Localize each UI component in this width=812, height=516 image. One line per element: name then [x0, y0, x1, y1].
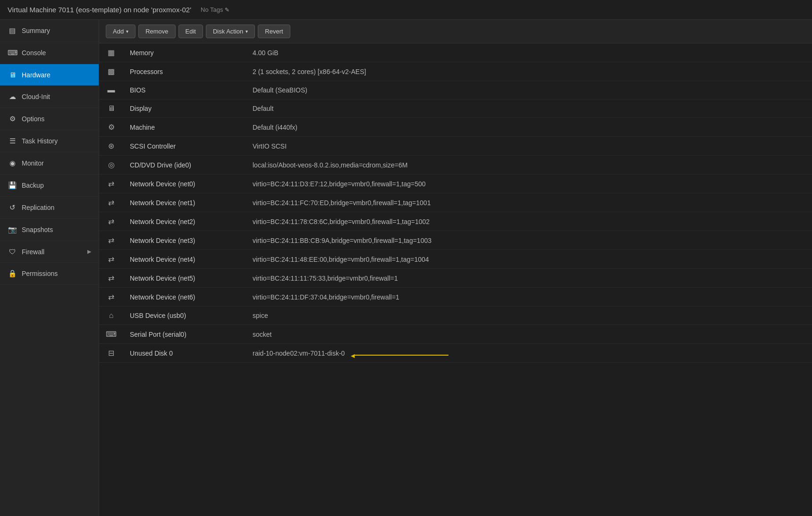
row-icon-8: ⇄ [99, 193, 123, 212]
row-name-2: BIOS [123, 81, 246, 100]
row-icon-0: ▦ [99, 43, 123, 62]
toolbar: Add ▾ Remove Edit Disk Action ▾ Revert [99, 20, 812, 43]
disk-action-chevron-icon: ▾ [245, 29, 248, 34]
sidebar-item-hardware[interactable]: 🖥Hardware [0, 64, 99, 86]
snapshots-icon: 📷 [8, 225, 17, 234]
row-icon-9: ⇄ [99, 212, 123, 231]
row-icon-2: ▬ [99, 81, 123, 100]
annotation-arrow: ◄ [354, 355, 448, 356]
sidebar-item-backup[interactable]: 💾Backup [0, 175, 99, 197]
sidebar-item-label-monitor: Monitor [22, 159, 44, 167]
table-row[interactable]: ⚙MachineDefault (i440fx) [99, 118, 812, 137]
sidebar-item-label-cloud-init: Cloud-Init [22, 93, 50, 100]
row-name-8: Network Device (net1) [123, 193, 246, 212]
row-value-2: Default (SeaBIOS) [246, 81, 812, 100]
sidebar-item-permissions[interactable]: 🔒Permissions [0, 263, 99, 285]
row-value-10: virtio=BC:24:11:BB:CB:9A,bridge=vmbr0,fi… [246, 231, 812, 250]
row-value-12: virtio=BC:24:11:11:75:33,bridge=vmbr0,fi… [246, 269, 812, 288]
table-row[interactable]: ⌨Serial Port (serial0)socket [99, 325, 812, 344]
sidebar-item-options[interactable]: ⚙Options [0, 108, 99, 130]
row-name-6: CD/DVD Drive (ide0) [123, 156, 246, 175]
row-value-14: spice [246, 307, 812, 325]
sidebar-item-label-console: Console [22, 49, 46, 57]
console-icon: ⌨ [8, 49, 17, 57]
row-name-0: Memory [123, 43, 246, 62]
row-value-7: virtio=BC:24:11:D3:E7:12,bridge=vmbr0,fi… [246, 175, 812, 193]
disk-action-button[interactable]: Disk Action ▾ [206, 25, 255, 38]
disk-value-text: raid-10-node02:vm-7011-disk-0 [253, 350, 345, 357]
row-icon-11: ⇄ [99, 250, 123, 269]
remove-button[interactable]: Remove [138, 25, 175, 38]
row-name-3: Display [123, 100, 246, 118]
row-name-1: Processors [123, 62, 246, 81]
table-row[interactable]: ⊛SCSI ControllerVirtIO SCSI [99, 137, 812, 156]
sidebar-item-firewall[interactable]: 🛡Firewall▶ [0, 241, 99, 263]
task-history-icon: ☰ [8, 137, 17, 145]
main-layout: ▤Summary⌨Console🖥Hardware☁Cloud-Init⚙Opt… [0, 20, 812, 516]
table-row[interactable]: ⇄Network Device (net3)virtio=BC:24:11:BB… [99, 231, 812, 250]
table-row[interactable]: ⇄Network Device (net2)virtio=BC:24:11:78… [99, 212, 812, 231]
row-icon-13: ⇄ [99, 288, 123, 307]
table-row[interactable]: ▩Processors2 (1 sockets, 2 cores) [x86-6… [99, 62, 812, 81]
sidebar-item-label-replication: Replication [22, 204, 54, 211]
row-value-16: raid-10-node02:vm-7011-disk-0◄ [246, 344, 812, 363]
sidebar-item-cloud-init[interactable]: ☁Cloud-Init [0, 86, 99, 108]
table-row[interactable]: ⇄Network Device (net5)virtio=BC:24:11:11… [99, 269, 812, 288]
table-row[interactable]: ▬BIOSDefault (SeaBIOS) [99, 81, 812, 100]
table-row[interactable]: 🖥DisplayDefault [99, 100, 812, 118]
tags-area: No Tags ✎ [201, 6, 229, 13]
table-row[interactable]: ⇄Network Device (net0)virtio=BC:24:11:D3… [99, 175, 812, 193]
row-icon-7: ⇄ [99, 175, 123, 193]
row-icon-6: ◎ [99, 156, 123, 175]
row-value-5: VirtIO SCSI [246, 137, 812, 156]
sidebar-item-snapshots[interactable]: 📷Snapshots [0, 219, 99, 241]
row-name-4: Machine [123, 118, 246, 137]
row-value-11: virtio=BC:24:11:48:EE:00,bridge=vmbr0,fi… [246, 250, 812, 269]
sidebar-item-label-hardware: Hardware [22, 71, 51, 79]
table-row[interactable]: ⇄Network Device (net4)virtio=BC:24:11:48… [99, 250, 812, 269]
firewall-icon: 🛡 [8, 248, 17, 256]
cloud-init-icon: ☁ [8, 92, 17, 101]
options-icon: ⚙ [8, 115, 17, 123]
revert-button[interactable]: Revert [258, 25, 290, 38]
sidebar-item-replication[interactable]: ↺Replication [0, 197, 99, 219]
row-name-16: Unused Disk 0 [123, 344, 246, 363]
row-icon-5: ⊛ [99, 137, 123, 156]
row-name-14: USB Device (usb0) [123, 307, 246, 325]
sidebar-item-summary[interactable]: ▤Summary [0, 20, 99, 42]
row-value-8: virtio=BC:24:11:FC:70:ED,bridge=vmbr0,fi… [246, 193, 812, 212]
row-value-0: 4.00 GiB [246, 43, 812, 62]
table-row[interactable]: ⇄Network Device (net6)virtio=BC:24:11:DF… [99, 288, 812, 307]
row-icon-4: ⚙ [99, 118, 123, 137]
sidebar-item-monitor[interactable]: ◉Monitor [0, 152, 99, 175]
table-row[interactable]: ⇄Network Device (net1)virtio=BC:24:11:FC… [99, 193, 812, 212]
sidebar-item-label-backup: Backup [22, 182, 44, 189]
add-button[interactable]: Add ▾ [106, 25, 135, 38]
firewall-chevron-icon: ▶ [87, 249, 91, 255]
sidebar-item-task-history[interactable]: ☰Task History [0, 130, 99, 152]
edit-tags-icon[interactable]: ✎ [225, 7, 229, 13]
table-row[interactable]: ◎CD/DVD Drive (ide0)local:iso/Aboot-veos… [99, 156, 812, 175]
row-name-12: Network Device (net5) [123, 269, 246, 288]
table-row[interactable]: ▦Memory4.00 GiB [99, 43, 812, 62]
row-name-13: Network Device (net6) [123, 288, 246, 307]
row-name-9: Network Device (net2) [123, 212, 246, 231]
row-value-4: Default (i440fx) [246, 118, 812, 137]
edit-button[interactable]: Edit [178, 25, 203, 38]
row-icon-10: ⇄ [99, 231, 123, 250]
row-icon-12: ⇄ [99, 269, 123, 288]
hardware-icon: 🖥 [8, 71, 17, 79]
sidebar-item-label-snapshots: Snapshots [22, 226, 53, 233]
monitor-icon: ◉ [8, 159, 17, 167]
replication-icon: ↺ [8, 203, 17, 212]
row-icon-1: ▩ [99, 62, 123, 81]
row-value-3: Default [246, 100, 812, 118]
row-name-10: Network Device (net3) [123, 231, 246, 250]
table-row[interactable]: ⊟Unused Disk 0raid-10-node02:vm-7011-dis… [99, 344, 812, 363]
sidebar-item-label-options: Options [22, 115, 44, 123]
table-row[interactable]: ⌂USB Device (usb0)spice [99, 307, 812, 325]
content-area: Add ▾ Remove Edit Disk Action ▾ Revert ▦… [99, 20, 812, 516]
sidebar-item-console[interactable]: ⌨Console [0, 42, 99, 64]
title-bar: Virtual Machine 7011 (eos-template) on n… [0, 0, 812, 20]
row-name-15: Serial Port (serial0) [123, 325, 246, 344]
